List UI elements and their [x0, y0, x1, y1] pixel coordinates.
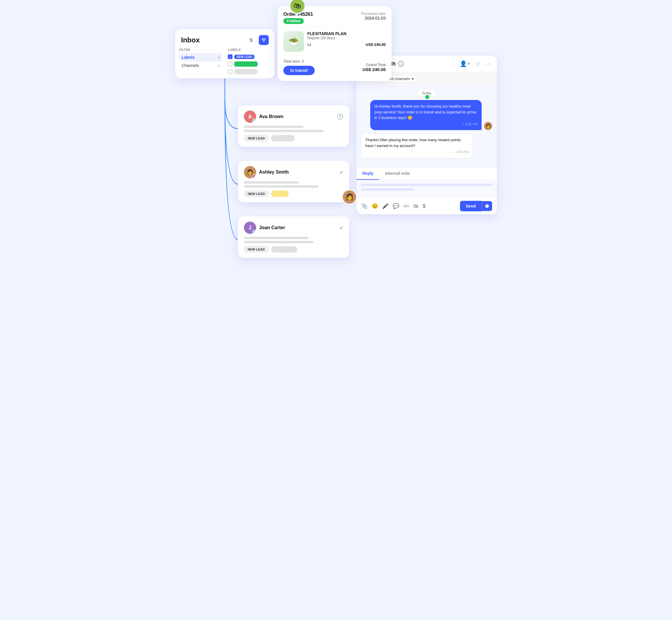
star-icon[interactable]: ☆	[475, 60, 480, 67]
contact-card-joan[interactable]: J 💬 Joan Carter ✓ NEW LEAD	[238, 216, 349, 258]
product-qty: x1	[307, 42, 311, 47]
contact-line-2	[244, 130, 324, 132]
labels-section-label: LABELS	[228, 48, 271, 51]
payment-icon[interactable]: $	[423, 203, 426, 209]
contact-line-4	[244, 185, 319, 188]
grand-total-label: Grand Total	[363, 62, 386, 67]
chevron-down-icon: ▾	[412, 76, 414, 81]
in-transit-button[interactable]: In transit	[283, 66, 315, 75]
filter-section-label: FILTER	[179, 48, 222, 51]
emoji-icon[interactable]: 😊	[372, 203, 378, 209]
code-icon[interactable]: </>	[403, 204, 409, 208]
product-icon[interactable]: 🛍	[413, 203, 419, 209]
product-sub: Regular (20 days)	[307, 36, 386, 40]
attachment-icon[interactable]: 📎	[361, 203, 368, 209]
ashley-floating-avatar: 👩	[342, 190, 357, 205]
total-item-label: Total item: 2	[283, 59, 315, 63]
outgoing-check: ✓	[462, 122, 464, 127]
outgoing-message-text: Hi Ashley Smith, thank you for choosing …	[374, 104, 476, 120]
contact-line-5	[244, 237, 308, 239]
shopify-icon: 🛍	[294, 2, 301, 10]
tag-pill-joan	[271, 246, 297, 253]
product-price: US$ 240.00	[366, 42, 386, 47]
order-date-label: Purchased date	[361, 12, 386, 16]
tag-pill-ashley	[271, 191, 289, 197]
label-item-3[interactable]	[228, 68, 271, 75]
send-main-button[interactable]: Send	[460, 201, 482, 211]
template-icon[interactable]: 💬	[393, 203, 399, 209]
whatsapp-badge-ava: 💬	[252, 119, 256, 123]
contact-card-ava[interactable]: A 💬 Ava Brown 🕐 NEW LEAD	[238, 105, 349, 147]
avatar-ashley: 👩 📷	[244, 166, 256, 178]
audio-icon[interactable]: 🎤	[382, 203, 389, 209]
reply-tab[interactable]: Reply	[356, 167, 379, 180]
internal-note-tab[interactable]: Internal note	[379, 167, 416, 180]
incoming-check: ✓	[453, 150, 455, 155]
contact-line-6	[244, 241, 314, 243]
contact-name-ava: Ava Brown	[259, 114, 283, 119]
chat-reply-section: Reply Internal note 📎 😊 🎤 💬 </> 🛍 $ Send…	[356, 167, 497, 214]
order-status: Fulfilled	[283, 18, 304, 24]
inbox-title: Inbox	[181, 36, 200, 44]
new-lead-tag-joan: NEW LEAD	[244, 246, 269, 253]
incoming-time: 4:35 PM	[457, 150, 469, 155]
reply-tabs: Reply Internal note	[356, 167, 497, 180]
channel-filter-label: All channels	[389, 76, 410, 81]
instagram-badge-ashley: 📷	[252, 174, 256, 178]
product-name: FLEXITARIAN PLAN	[307, 31, 386, 36]
messenger-badge-joan: 💬	[252, 230, 256, 234]
label-check-3	[228, 69, 233, 74]
avatar-joan: J 💬	[244, 221, 256, 234]
reply-toolbar: 📎 😊 🎤 💬 </> 🛍 $ Send 🕐	[356, 198, 497, 214]
time-icon-ava: 🕐	[337, 113, 343, 120]
contact-line-1	[244, 126, 303, 128]
new-lead-tag-ashley: NEW LEAD	[244, 191, 269, 197]
outgoing-time: 4:35 PM	[466, 122, 478, 127]
send-dropdown-button[interactable]: 🕐	[482, 201, 492, 211]
label-check-newlead: ✓	[228, 54, 233, 59]
contact-name-ashley: Ashley Smith	[259, 169, 289, 175]
reply-input-area[interactable]	[356, 180, 497, 198]
reply-input-line-2	[361, 188, 414, 191]
label-item-new-lead[interactable]: ✓ NEW LEAD	[228, 53, 271, 60]
filter-channels-item[interactable]: Channels ›	[179, 61, 222, 69]
label-item-2[interactable]	[228, 60, 271, 68]
order-date-value: 2024-01-03	[361, 16, 386, 20]
contact-line-3	[244, 181, 298, 184]
contact-name-joan: Joan Carter	[259, 225, 285, 230]
incoming-message-row: Thanks! After placing this order, how ma…	[361, 134, 492, 158]
label-tag-3	[234, 69, 258, 74]
outgoing-message-bubble: Hi Ashley Smith, thank you for choosing …	[370, 100, 482, 130]
info-icon[interactable]: i	[398, 61, 404, 67]
order-panel: 🛍 Order #45261 Fulfilled Purchased date …	[278, 6, 392, 81]
label-check-2	[228, 62, 233, 66]
send-button-group: Send 🕐	[460, 201, 492, 211]
tag-pill-ava	[271, 135, 294, 142]
product-image: 🥗	[283, 31, 304, 52]
inbox-panel: Inbox ⇅ FILTER Labels › Channels	[175, 29, 275, 79]
connector-dot	[424, 94, 430, 100]
contact-card-ashley[interactable]: 👩 📷 Ashley Smith ✓ NEW LEAD	[238, 161, 349, 202]
label-tag-newlead: NEW LEAD	[234, 55, 254, 59]
incoming-message-bubble: Thanks! After placing this order, how ma…	[361, 134, 473, 158]
new-lead-tag-ava: NEW LEAD	[244, 135, 269, 142]
avatar-ava: A 💬	[244, 110, 256, 123]
grand-total-value: US$ 240.00	[363, 67, 386, 72]
sort-button[interactable]: ⇅	[246, 35, 256, 45]
more-options-icon[interactable]: ⋯	[485, 60, 491, 67]
outgoing-avatar: 👩	[484, 122, 492, 130]
check-icon-ashley: ✓	[339, 169, 343, 175]
label-tag-2	[234, 61, 258, 67]
outgoing-message-row: Hi Ashley Smith, thank you for choosing …	[361, 100, 492, 130]
incoming-message-text: Thanks! After placing this order, how ma…	[365, 138, 461, 148]
filter-labels-item[interactable]: Labels ›	[179, 53, 222, 61]
filter-button[interactable]	[259, 35, 269, 45]
check-icon-joan: ✓	[339, 225, 343, 230]
reply-input-line-1	[361, 184, 492, 186]
add-contact-icon[interactable]: 👤+	[460, 60, 471, 67]
